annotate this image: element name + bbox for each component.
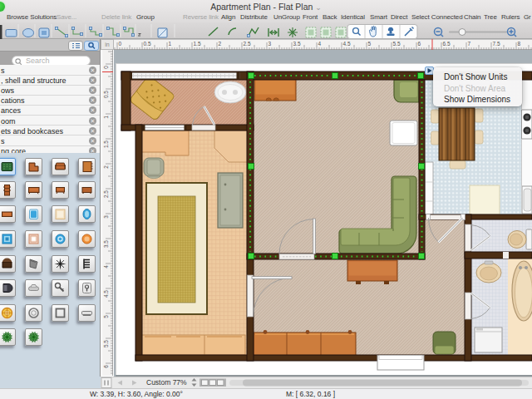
svg-text:0: 0: [103, 66, 109, 69]
svg-text:5: 5: [103, 315, 109, 318]
svg-text:8: 8: [518, 41, 521, 47]
svg-text:7: 7: [468, 41, 471, 47]
svg-text:2.5: 2.5: [103, 190, 109, 198]
svg-text:6: 6: [103, 365, 109, 368]
svg-text:4.5: 4.5: [343, 41, 351, 47]
svg-text:7.5: 7.5: [493, 41, 500, 47]
svg-text:5: 5: [368, 41, 372, 47]
svg-text:1.5: 1.5: [194, 41, 201, 47]
svg-text:2.5: 2.5: [244, 41, 251, 47]
svg-text:0: 0: [119, 41, 122, 47]
svg-text:3.5: 3.5: [293, 41, 301, 47]
svg-text:1: 1: [103, 116, 109, 119]
svg-text:3: 3: [103, 215, 109, 219]
svg-text:Custom 77%: Custom 77%: [146, 378, 187, 387]
svg-text:6: 6: [418, 41, 421, 47]
svg-text:4: 4: [103, 265, 109, 268]
svg-text:2: 2: [219, 41, 222, 47]
svg-text:4: 4: [318, 41, 322, 47]
svg-text:0.5: 0.5: [144, 41, 151, 47]
svg-text:5.5: 5.5: [393, 41, 401, 47]
svg-text:3: 3: [268, 41, 272, 47]
svg-text:5.5: 5.5: [103, 340, 109, 347]
svg-text:6.5: 6.5: [443, 41, 451, 47]
svg-text:2: 2: [103, 165, 109, 169]
svg-text:0.5: 0.5: [103, 91, 109, 98]
svg-text:1.5: 1.5: [103, 140, 109, 148]
svg-text:1: 1: [169, 41, 172, 47]
svg-text:4.5: 4.5: [103, 290, 109, 298]
svg-text:3.5: 3.5: [103, 240, 109, 248]
